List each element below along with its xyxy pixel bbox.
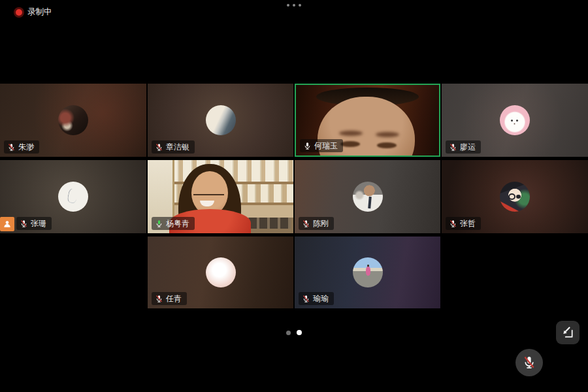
video-feed: [340, 141, 360, 147]
video-feed: [339, 131, 363, 136]
participant-label: 何瑞玉: [300, 139, 343, 152]
participant-tile[interactable]: 陈刚: [295, 160, 440, 233]
participant-tile[interactable]: 瑜瑜: [295, 237, 440, 308]
participant-label: 任青: [152, 292, 187, 305]
recording-indicator: 录制中: [16, 7, 52, 18]
pagination: [0, 330, 588, 335]
more-options-icon[interactable]: [0, 4, 588, 7]
mic-muted-icon: [302, 220, 310, 228]
participant-label: 杨粤青: [152, 217, 195, 230]
participant-name: 张珊: [31, 218, 46, 229]
participant-label: 陈刚: [299, 217, 334, 230]
participant-tile[interactable]: 杨粤青: [148, 160, 293, 233]
participant-label: 朱渺: [4, 140, 39, 154]
collapse-to-corner-icon: [561, 326, 574, 339]
participant-label: 廖运: [446, 140, 481, 154]
avatar: [206, 105, 236, 135]
mic-muted-icon: [7, 143, 16, 152]
participant-name: 何瑞玉: [314, 140, 338, 151]
mic-muted-icon: [20, 220, 28, 228]
mic-muted-icon: [155, 143, 163, 152]
avatar: [206, 257, 236, 287]
participant-tile-active-speaker[interactable]: 何瑞玉: [295, 84, 440, 157]
participant-tile[interactable]: 章洁银: [148, 84, 293, 157]
mic-speaking-icon: [155, 220, 163, 228]
recording-dot-icon: [16, 9, 22, 16]
participant-name: 瑜瑜: [313, 293, 329, 304]
collapse-to-corner-button[interactable]: [556, 321, 580, 344]
meeting-window: 录制中 朱渺 章洁银 何瑞玉 廖运: [0, 0, 588, 392]
mic-muted-icon: [155, 295, 163, 303]
mic-on-icon: [303, 142, 312, 150]
video-feed: [377, 142, 397, 148]
participant-tile[interactable]: 张哲: [442, 160, 588, 233]
participant-tile[interactable]: 廖运: [442, 84, 588, 157]
participant-label: 张珊: [16, 217, 52, 230]
participant-label: 张哲: [446, 217, 481, 230]
participant-label: 瑜瑜: [299, 292, 334, 305]
participant-name: 廖运: [460, 142, 476, 152]
avatar: [500, 105, 530, 135]
participant-name: 朱渺: [18, 142, 34, 152]
participant-tile[interactable]: 张珊: [0, 160, 146, 233]
participant-label: 章洁银: [152, 140, 195, 154]
user-badge-icon: [0, 217, 14, 231]
avatar: [353, 182, 383, 212]
participant-name: 任青: [166, 293, 182, 304]
page-dot-active[interactable]: [297, 330, 302, 335]
participant-name: 杨粤青: [166, 218, 189, 229]
mic-muted-icon: [302, 295, 310, 303]
avatar: [353, 257, 383, 287]
mic-muted-icon: [449, 143, 457, 152]
recording-label: 录制中: [27, 7, 52, 18]
participant-name: 陈刚: [313, 218, 329, 229]
avatar: [500, 182, 530, 212]
participant-name: 张哲: [460, 218, 476, 229]
mic-muted-icon: [522, 355, 536, 370]
video-feed: [376, 132, 399, 137]
avatar: [58, 182, 88, 212]
participant-tile[interactable]: 朱渺: [0, 84, 146, 157]
page-dot[interactable]: [286, 331, 291, 335]
video-feed: [193, 187, 224, 195]
mic-muted-icon: [449, 220, 457, 228]
avatar: [58, 105, 88, 135]
microphone-muted-button[interactable]: [515, 349, 543, 376]
participant-name: 章洁银: [166, 142, 189, 152]
participant-tile[interactable]: 任青: [148, 237, 293, 308]
